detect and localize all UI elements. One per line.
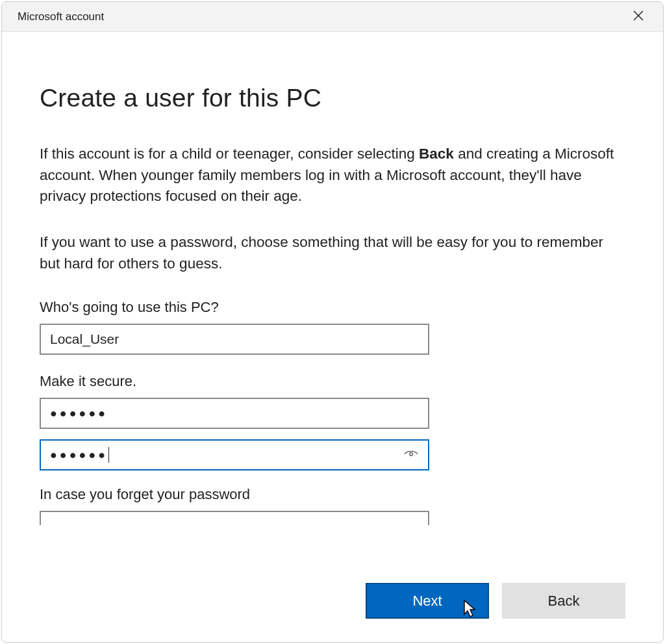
- intro-paragraph-2: If you want to use a password, choose so…: [40, 232, 625, 274]
- next-button[interactable]: Next: [366, 583, 489, 619]
- mouse-cursor-icon: [463, 600, 477, 622]
- password-masked: ●●●●●●: [50, 407, 108, 420]
- close-icon: [633, 10, 644, 23]
- content-area: Create a user for this PC If this accoun…: [2, 32, 663, 642]
- next-button-label: Next: [412, 593, 442, 610]
- password-reveal-button[interactable]: [403, 447, 419, 463]
- page-heading: Create a user for this PC: [40, 84, 625, 112]
- username-input[interactable]: Local_User: [40, 324, 429, 355]
- password-section-label: Make it secure.: [40, 373, 625, 390]
- security-question-input-partial[interactable]: [40, 511, 429, 525]
- username-label: Who's going to use this PC?: [40, 299, 625, 316]
- eye-icon: [403, 447, 419, 462]
- password-input[interactable]: ●●●●●●: [40, 398, 429, 429]
- titlebar: Microsoft account: [2, 2, 663, 32]
- close-button[interactable]: [625, 4, 651, 30]
- intro-paragraph-1: If this account is for a child or teenag…: [40, 144, 625, 207]
- password-confirm-input[interactable]: ●●●●●●: [40, 439, 429, 470]
- text-cursor: [108, 447, 109, 463]
- dialog-window: Microsoft account Create a user for this…: [1, 1, 664, 643]
- username-value: Local_User: [50, 331, 119, 347]
- security-section-label: In case you forget your password: [40, 486, 625, 503]
- para1-bold: Back: [419, 146, 454, 162]
- svg-point-2: [410, 453, 412, 456]
- window-title: Microsoft account: [18, 10, 104, 23]
- back-button-label: Back: [548, 593, 580, 610]
- back-button[interactable]: Back: [502, 583, 625, 619]
- para1-pre: If this account is for a child or teenag…: [40, 146, 419, 162]
- footer-buttons: Next Back: [366, 583, 625, 619]
- password-confirm-masked: ●●●●●●: [50, 448, 108, 462]
